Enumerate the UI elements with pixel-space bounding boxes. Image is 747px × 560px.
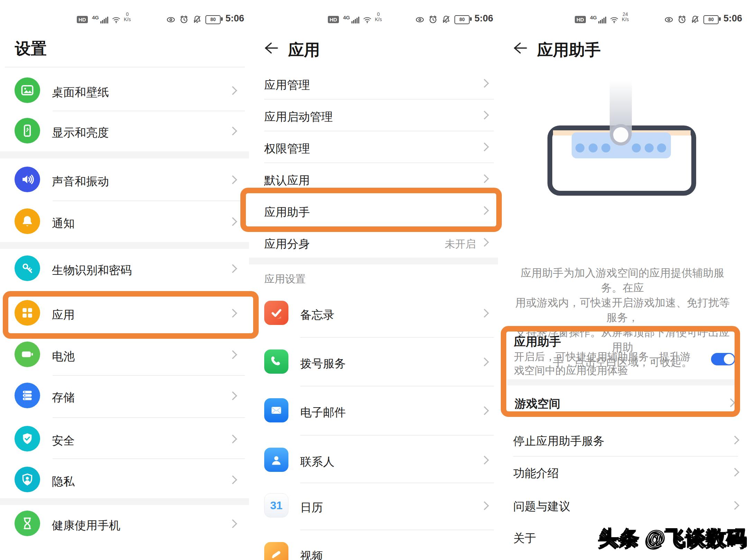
storage-icon xyxy=(15,383,40,408)
chevron-right-icon xyxy=(228,86,237,95)
dock-dot xyxy=(601,143,610,152)
divider xyxy=(5,67,245,67)
battery-icon: 80 xyxy=(205,15,221,24)
signal-icon xyxy=(100,15,109,24)
menu-item-label: 应用启动管理 xyxy=(264,109,333,125)
hourglass-icon xyxy=(15,511,40,536)
menu-item-label: 应用分身 xyxy=(264,236,310,252)
apps-panel: HD 4G 0K/s 80 5:06 应用 应用管理 应用启动管理 权限管理 默… xyxy=(249,0,498,560)
settings-item-label: 电池 xyxy=(52,349,75,364)
battery-nub xyxy=(470,17,472,21)
app-item-label: 日历 xyxy=(300,500,323,515)
key-icon xyxy=(15,255,40,281)
eye-icon xyxy=(166,15,176,24)
speaker-icon xyxy=(15,167,40,192)
shield-person-icon xyxy=(15,467,40,492)
chevron-right-icon xyxy=(228,391,237,400)
settings-item-label: 通知 xyxy=(52,216,75,231)
chevron-right-icon xyxy=(228,264,237,273)
settings-item-label: 声音和振动 xyxy=(52,174,109,189)
dialer-app-icon xyxy=(264,349,288,374)
bell-muted-icon xyxy=(690,15,700,24)
highlight-box-app-assistant xyxy=(240,188,502,232)
dock-dot xyxy=(645,143,654,152)
swipe-finger-dot xyxy=(613,127,628,142)
menu-item-label: 问题与建议 xyxy=(513,499,570,514)
menu-item-label: 关于 xyxy=(513,531,536,546)
hd-badge: HD xyxy=(77,16,88,23)
status-time: 5:06 xyxy=(225,13,244,24)
wifi-icon xyxy=(362,15,372,24)
email-app-icon xyxy=(264,398,288,422)
shield-check-icon xyxy=(15,426,40,451)
signal-icon xyxy=(351,15,360,24)
network-type-label: 4G xyxy=(590,15,597,20)
wifi-icon xyxy=(609,15,619,24)
chevron-right-icon xyxy=(228,350,237,359)
settings-item-label: 桌面和壁纸 xyxy=(52,85,109,100)
app-item-label: 视频 xyxy=(300,549,323,560)
chevron-right-icon xyxy=(228,435,237,443)
page-title: 应用助手 xyxy=(537,39,601,61)
wallpaper-icon xyxy=(15,77,40,103)
calendar-app-icon: 31 xyxy=(264,493,288,517)
battery-icon: 80 xyxy=(454,15,470,24)
dock-dot xyxy=(589,143,598,152)
settings-item-label: 安全 xyxy=(52,433,75,449)
bell-muted-icon xyxy=(441,15,451,24)
chevron-right-icon xyxy=(480,174,489,183)
chevron-right-icon xyxy=(480,357,489,366)
chevron-right-icon xyxy=(228,217,237,226)
chevron-right-icon xyxy=(228,475,237,484)
highlight-box-apps xyxy=(3,291,259,339)
watermark: 头条 @飞谈数码 xyxy=(599,525,747,551)
chevron-right-icon xyxy=(480,501,489,510)
divider xyxy=(264,131,494,131)
settings-panel: HD 4G 0K/s 80 5:06 设置 桌面和壁纸 显示和亮度 声音和振动 xyxy=(0,0,249,560)
contacts-app-icon xyxy=(264,448,288,472)
video-app-icon xyxy=(264,542,288,560)
wifi-icon xyxy=(111,15,121,24)
status-time: 5:06 xyxy=(474,13,493,24)
eye-icon xyxy=(664,15,674,24)
status-text: 未开启 xyxy=(445,237,476,251)
settings-item-label: 健康使用手机 xyxy=(52,518,120,533)
chevron-right-icon xyxy=(228,127,237,135)
divider xyxy=(53,200,245,201)
divider xyxy=(300,530,494,530)
chevron-right-icon xyxy=(480,309,489,317)
network-speed: 24K/s xyxy=(622,12,629,22)
network-type-label: 4G xyxy=(92,15,99,20)
section-header: 应用设置 xyxy=(264,272,306,286)
settings-item-label: 隐私 xyxy=(52,474,75,489)
alarm-icon xyxy=(179,15,189,24)
alarm-icon xyxy=(677,15,687,24)
bell-muted-icon xyxy=(192,15,202,24)
back-arrow-icon[interactable] xyxy=(512,42,527,54)
divider xyxy=(53,111,245,111)
chevron-right-icon xyxy=(480,406,489,415)
bell-icon xyxy=(15,208,40,234)
divider xyxy=(53,375,245,376)
eye-icon xyxy=(415,15,425,24)
settings-item-label: 存储 xyxy=(52,390,75,405)
back-arrow-icon[interactable] xyxy=(263,42,278,54)
chevron-right-icon xyxy=(480,142,489,151)
settings-item-label: 生物识别和密码 xyxy=(52,263,132,278)
chevron-right-icon xyxy=(228,519,237,528)
chevron-right-icon xyxy=(480,79,489,87)
group-separator xyxy=(0,242,249,249)
battery-icon: 80 xyxy=(703,15,719,24)
chevron-right-icon xyxy=(730,436,739,444)
highlight-box-assistant-toggle xyxy=(501,326,740,417)
menu-item-label: 权限管理 xyxy=(264,141,310,157)
menu-item-label: 停止应用助手服务 xyxy=(513,433,605,449)
divider xyxy=(513,456,738,457)
dock-dot xyxy=(575,143,584,152)
chevron-right-icon xyxy=(480,238,489,246)
divider xyxy=(300,435,494,436)
dock-dot xyxy=(632,143,641,152)
menu-item-label: 应用管理 xyxy=(264,77,310,93)
divider xyxy=(300,337,494,338)
dock-dot xyxy=(657,143,666,152)
